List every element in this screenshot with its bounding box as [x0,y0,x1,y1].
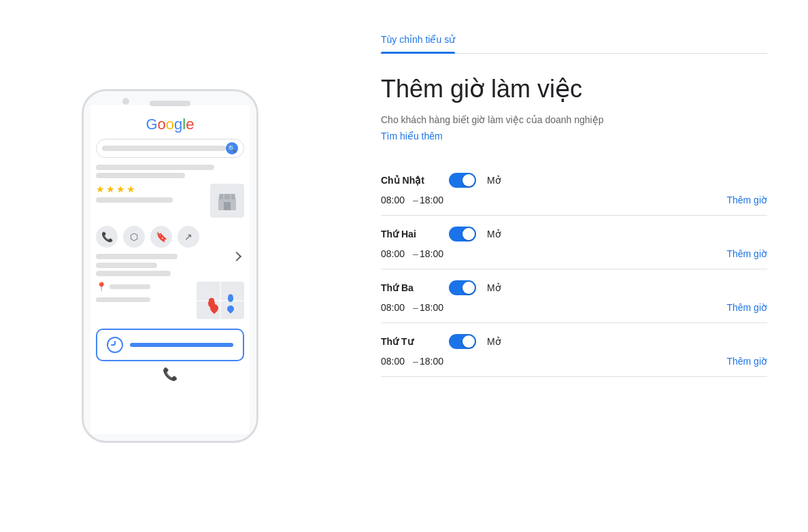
toggle-0[interactable] [449,173,476,188]
search-icon: 🔍 [226,142,238,154]
share-icon: ↗ [178,226,199,248]
svg-rect-3 [224,194,230,199]
bookmark-icon: 🔖 [150,226,172,248]
svg-rect-2 [219,194,223,199]
them-gio-btn-0[interactable]: Thêm giờ [726,195,767,205]
clock-line [130,343,233,347]
placeholder-line [96,197,173,203]
svg-rect-1 [224,202,231,210]
toggle-area-3[interactable]: Mở [449,334,501,349]
phone-icon: 📞 [96,226,118,248]
search-bar-line [102,146,226,151]
toggle-track-1 [449,227,476,242]
dash-2: – [411,302,420,313]
end-time-3: 18:00 [420,356,450,367]
day-row-2: Thứ Ba Mở 08:00 – 18:00 Thêm giờ [381,269,767,323]
toggle-track-3 [449,334,476,349]
map-section: 📍 [96,282,244,319]
open-label-2: Mở [487,282,501,293]
toggle-thumb-0 [462,174,475,186]
them-gio-btn-2[interactable]: Thêm giờ [726,302,767,313]
day-time-row-0: 08:00 – 18:00 Thêm giờ [381,195,767,215]
day-row-1: Thứ Hai Mở 08:00 – 18:00 Thêm giờ [381,216,767,269]
start-time-3: 08:00 [381,356,411,367]
toggle-track-2 [449,280,476,295]
day-top-2: Thứ Ba Mở [381,280,767,295]
phone-camera [122,98,129,105]
clock-box [96,329,244,361]
search-bar: 🔍 [96,139,244,158]
dash-1: – [411,248,420,259]
shop-icon [210,184,244,218]
open-label-3: Mở [487,336,501,347]
open-label-1: Mở [487,229,501,239]
toggle-thumb-2 [462,282,475,294]
open-label-0: Mở [487,175,501,186]
toggle-thumb-3 [462,335,475,348]
star-icon: ★ [116,184,125,195]
right-panel: Tùy chỉnh tiểu sử Thêm giờ làm việc Cho … [340,0,808,532]
days-list: Chủ Nhật Mở 08:00 – 18:00 Thêm giờ [381,162,767,377]
toggle-area-0[interactable]: Mở [449,173,501,188]
day-row-0: Chủ Nhật Mở 08:00 – 18:00 Thêm giờ [381,162,767,216]
placeholder-line [96,254,178,259]
map-left: 📍 [96,282,192,302]
phone-speaker [150,101,190,106]
day-time-row-1: 08:00 – 18:00 Thêm giờ [381,248,767,269]
stars: ★ ★ ★ ★ [96,184,206,195]
star-icon: ★ [127,184,135,195]
day-top-0: Chủ Nhật Mở [381,173,767,188]
description: Cho khách hàng biết giờ làm việc của doa… [381,114,767,125]
stars-left: ★ ★ ★ ★ [96,184,206,203]
toggle-area-2[interactable]: Mở [449,280,501,295]
map-thumbnail [197,282,244,319]
learn-more-link[interactable]: Tìm hiểu thêm [381,131,767,142]
placeholder-line [110,284,150,289]
day-row-3: Thứ Tư Mở 08:00 – 18:00 Thêm giờ [381,323,767,377]
end-time-2: 18:00 [420,302,450,313]
phone-screen: Google 🔍 ★ ★ ★ ★ [90,105,250,434]
tab-bar: Tùy chỉnh tiểu sử [381,34,767,54]
toggle-area-1[interactable]: Mở [449,227,501,242]
them-gio-btn-3[interactable]: Thêm giờ [726,356,767,367]
more-text-lines [96,253,244,276]
toggle-3[interactable] [449,334,476,349]
placeholder-line [96,297,150,302]
dash-3: – [411,356,420,367]
tab-tuy-chinh[interactable]: Tùy chỉnh tiểu sử [381,34,455,53]
placeholder-line [96,263,157,268]
page-title: Thêm giờ làm việc [381,74,767,103]
start-time-0: 08:00 [381,195,411,205]
google-logo: Google [96,116,244,133]
day-time-row-3: 08:00 – 18:00 Thêm giờ [381,356,767,376]
phone-bottom-icon: 📞 [96,367,244,382]
toggle-1[interactable] [449,227,476,242]
placeholder-line [96,173,185,178]
tab-label: Tùy chỉnh tiểu sử [381,34,455,45]
svg-point-12 [229,295,233,299]
day-top-3: Thứ Tư Mở [381,334,767,349]
end-time-1: 18:00 [420,248,450,259]
start-time-1: 08:00 [381,248,411,259]
toggle-thumb-1 [462,228,475,240]
them-gio-btn-1[interactable]: Thêm giờ [726,248,767,259]
svg-rect-4 [231,194,235,199]
day-name-0: Chủ Nhật [381,175,449,186]
stars-section: ★ ★ ★ ★ [96,184,244,222]
directions-icon: ⬡ [123,226,145,248]
start-time-2: 08:00 [381,302,411,313]
phone-mockup: Google 🔍 ★ ★ ★ ★ [82,89,258,443]
action-icons-row: 📞 ⬡ 🔖 ↗ [96,226,244,248]
svg-point-10 [209,298,214,303]
toggle-2[interactable] [449,280,476,295]
day-name-2: Thứ Ba [381,282,449,293]
left-panel: Google 🔍 ★ ★ ★ ★ [0,0,340,532]
clock-icon [107,337,123,353]
day-name-3: Thứ Tư [381,336,449,347]
dash-0: – [411,195,420,205]
day-name-1: Thứ Hai [381,229,449,239]
placeholder-lines [96,165,244,178]
star-icon: ★ [106,184,115,195]
day-top-1: Thứ Hai Mở [381,227,767,242]
placeholder-line [96,271,171,276]
